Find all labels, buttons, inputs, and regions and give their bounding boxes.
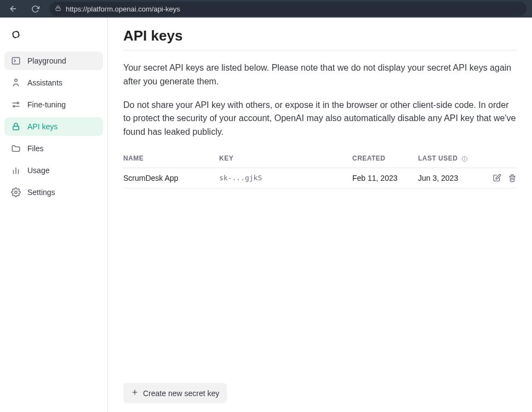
sidebar-item-label: Fine-tuning — [27, 100, 66, 109]
page-body: Playground Assistants Fine-tuning API ke… — [0, 18, 532, 412]
col-header-name: NAME — [123, 154, 219, 162]
sidebar-item-label: Playground — [27, 56, 66, 65]
sliders-icon — [11, 100, 21, 110]
svg-point-4 — [17, 102, 19, 104]
sidebar-item-assistants[interactable]: Assistants — [4, 73, 103, 92]
svg-point-7 — [15, 191, 18, 194]
gear-icon — [11, 187, 21, 197]
svg-point-3 — [15, 79, 18, 82]
description-paragraph-2: Do not share your API key with others, o… — [123, 99, 517, 139]
row-actions — [484, 174, 517, 182]
terminal-icon — [11, 56, 21, 66]
svg-point-9 — [465, 158, 465, 158]
col-header-last-used: LAST USED — [418, 154, 484, 162]
sidebar-item-fine-tuning[interactable]: Fine-tuning — [4, 95, 103, 114]
sidebar-item-playground[interactable]: Playground — [4, 52, 103, 70]
col-header-key: KEY — [219, 154, 352, 162]
sidebar-item-api-keys[interactable]: API keys — [4, 117, 103, 136]
create-secret-key-label: Create new secret key — [143, 389, 219, 398]
sidebar-item-label: API keys — [27, 122, 58, 131]
address-url: https://platform.openai.com/api-keys — [66, 5, 180, 13]
cell-created: Feb 11, 2023 — [352, 174, 418, 182]
sidebar-item-label: Usage — [27, 166, 49, 175]
api-keys-table: NAME KEY CREATED LAST USED ScrumDesk App… — [123, 149, 517, 188]
browser-chrome: https://platform.openai.com/api-keys — [0, 0, 532, 18]
lock-icon — [11, 122, 21, 131]
lock-icon — [55, 5, 61, 13]
info-icon[interactable] — [461, 156, 468, 162]
bottom-actions: Create new secret key — [123, 383, 517, 403]
sidebar-item-usage[interactable]: Usage — [4, 161, 103, 180]
back-button[interactable] — [5, 1, 21, 16]
table-row: ScrumDesk App sk-...gjkS Feb 11, 2023 Ju… — [123, 168, 517, 188]
folder-icon — [11, 144, 21, 153]
cell-last-used: Jun 3, 2023 — [418, 174, 484, 182]
svg-rect-6 — [13, 126, 19, 130]
sidebar-item-label: Files — [27, 144, 44, 153]
cell-key: sk-...gjkS — [219, 174, 352, 182]
col-header-created: CREATED — [352, 154, 418, 162]
bar-chart-icon — [11, 165, 21, 175]
edit-icon[interactable] — [493, 174, 501, 182]
create-secret-key-button[interactable]: Create new secret key — [123, 383, 227, 403]
sidebar-item-label: Settings — [27, 188, 55, 197]
svg-point-5 — [13, 106, 15, 107]
address-bar[interactable]: https://platform.openai.com/api-keys — [49, 2, 527, 16]
robot-icon — [11, 78, 21, 88]
sidebar-item-files[interactable]: Files — [4, 139, 103, 158]
page-title: API keys — [123, 27, 517, 44]
reload-button[interactable] — [27, 1, 43, 16]
main-content: API keys Your secret API keys are listed… — [108, 18, 532, 412]
sidebar-item-settings[interactable]: Settings — [4, 183, 103, 202]
title-divider — [123, 50, 517, 50]
sidebar-item-label: Assistants — [27, 78, 62, 87]
trash-icon[interactable] — [508, 174, 517, 182]
sidebar: Playground Assistants Fine-tuning API ke… — [0, 18, 108, 412]
openai-logo[interactable] — [4, 24, 103, 48]
table-header-row: NAME KEY CREATED LAST USED — [123, 149, 517, 168]
description-paragraph-1: Your secret API keys are listed below. P… — [123, 61, 517, 89]
svg-rect-0 — [56, 8, 60, 10]
plus-icon — [131, 388, 139, 398]
cell-name: ScrumDesk App — [123, 174, 219, 182]
